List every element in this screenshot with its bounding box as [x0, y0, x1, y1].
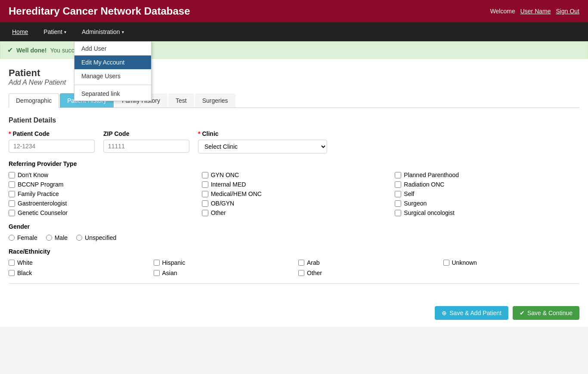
patient-caret-icon: ▾ [64, 30, 66, 34]
race-arab: Arab [298, 259, 435, 266]
navbar: Home Patient ▾ Administration ▾ Add User… [0, 22, 588, 41]
nav-patient-label: Patient [43, 28, 62, 35]
gender-label: Gender [9, 223, 579, 230]
patient-code-input[interactable] [9, 140, 95, 153]
nav-patient[interactable]: Patient ▾ [36, 22, 74, 41]
race-unknown: Unknown [443, 259, 580, 266]
checkbox-surgeon-input[interactable] [395, 200, 401, 207]
race-asian: Asian [154, 270, 290, 276]
tab-surgeries[interactable]: Surgeries [195, 93, 235, 107]
checkbox-internal-med: Internal MED [202, 181, 387, 188]
dropdown-add-user[interactable]: Add User [74, 42, 151, 55]
dropdown-manage-users[interactable]: Manage Users [74, 69, 151, 83]
footer-buttons: ⊕ Save & Add Patient ✔ Save & Continue [0, 299, 588, 327]
checkbox-family-practice: Family Practice [9, 190, 193, 197]
checkbox-bccnp: BCCNP Program [9, 181, 193, 188]
zip-code-input[interactable] [103, 140, 189, 153]
radio-female: Female [9, 234, 37, 241]
save-continue-label: Save & Continue [527, 310, 573, 316]
radio-female-input[interactable] [9, 235, 15, 241]
referring-provider-grid: Don't Know GYN ONC Planned Parenthood BC… [9, 172, 579, 216]
clinic-select[interactable]: Select Clinic Planned Parenthood [198, 140, 327, 153]
race-white-input[interactable] [9, 260, 15, 266]
nav-administration[interactable]: Administration ▾ [74, 22, 132, 41]
checkbox-other-provider-input[interactable] [202, 210, 208, 216]
username-link[interactable]: User Name [520, 8, 551, 15]
radio-male-input[interactable] [46, 235, 52, 241]
save-add-label: Save & Add Patient [449, 310, 501, 316]
race-black: Black [9, 270, 145, 276]
checkbox-dont-know-input[interactable] [9, 172, 15, 178]
signout-link[interactable]: Sign Out [556, 8, 579, 15]
nav-home[interactable]: Home [4, 22, 36, 41]
checkbox-family-practice-input[interactable] [9, 191, 15, 197]
nav-home-label: Home [12, 28, 28, 35]
checkbox-gyn-onc-input[interactable] [202, 172, 208, 178]
gender-radio-group: Female Male Unspecified [9, 234, 579, 241]
zip-code-group: ZIP Code [103, 130, 189, 153]
plus-icon: ⊕ [442, 310, 447, 316]
race-unknown-input[interactable] [443, 260, 449, 266]
checkbox-internal-med-input[interactable] [202, 181, 208, 188]
checkbox-genetic-counselor-input[interactable] [9, 210, 15, 216]
race-ethnicity-label: Race/Ethnicity [9, 248, 579, 255]
checkbox-ob-gyn-input[interactable] [202, 200, 208, 207]
clinic-group: *Clinic Select Clinic Planned Parenthood [198, 130, 327, 153]
patient-code-group: *Patient Code [9, 130, 95, 153]
checkbox-radiation-onc: Radiation ONC [395, 181, 579, 188]
radio-male: Male [46, 234, 68, 241]
admin-caret-icon: ▾ [122, 30, 124, 34]
checkmark-btn-icon: ✔ [520, 310, 525, 316]
checkbox-radiation-onc-input[interactable] [395, 181, 401, 188]
alert-prefix: Well done! [16, 47, 47, 54]
race-ethnicity-grid: White Hispanic Arab Unknown Black Asian … [9, 259, 579, 276]
checkbox-planned-parenthood: Planned Parenthood [395, 172, 579, 178]
checkbox-surgical-oncologist-input[interactable] [395, 210, 401, 216]
checkbox-ob-gyn: OB/GYN [202, 200, 387, 207]
referring-provider-label: Referring Provider Type [9, 160, 579, 167]
dropdown-separated-link[interactable]: Separated link [74, 87, 151, 101]
welcome-text: Welcome [490, 8, 515, 15]
checkbox-dont-know: Don't Know [9, 172, 193, 178]
form-row-top: *Patient Code ZIP Code *Clinic Select Cl… [9, 130, 579, 153]
tab-demographic[interactable]: Demographic [9, 93, 59, 108]
race-hispanic: Hispanic [154, 259, 290, 266]
checkbox-surgical-oncologist: Surgical oncologist [395, 209, 579, 216]
header-right: Welcome User Name Sign Out [490, 8, 579, 15]
race-asian-input[interactable] [154, 270, 160, 276]
race-white: White [9, 259, 145, 266]
save-continue-button[interactable]: ✔ Save & Continue [513, 306, 579, 320]
dropdown-edit-my-account[interactable]: Edit My Account [74, 55, 151, 69]
admin-dropdown-container: Administration ▾ Add User Edit My Accoun… [74, 22, 132, 41]
checkbox-genetic-counselor: Genetic Counselor [9, 209, 193, 216]
checkbox-surgeon: Surgeon [395, 200, 579, 207]
radio-unspecified: Unspecified [76, 234, 116, 241]
race-hispanic-input[interactable] [154, 260, 160, 266]
tab-test[interactable]: Test [168, 93, 194, 107]
checkmark-icon: ✔ [7, 46, 13, 54]
patient-code-label: *Patient Code [9, 130, 95, 137]
radio-unspecified-input[interactable] [76, 235, 82, 241]
dropdown-divider [74, 85, 151, 85]
checkbox-self: Self [395, 190, 579, 197]
patient-details-title: Patient Details [9, 116, 579, 124]
app-header: Hereditary Cancer Network Database Welco… [0, 0, 588, 22]
race-other: Other [298, 270, 435, 276]
checkbox-medical-hem-onc-input[interactable] [202, 191, 208, 197]
race-black-input[interactable] [9, 270, 15, 276]
race-other-input[interactable] [298, 270, 304, 276]
app-title: Hereditary Cancer Network Database [9, 5, 190, 17]
nav-admin-label: Administration [82, 28, 120, 35]
checkbox-planned-parenthood-input[interactable] [395, 172, 401, 178]
checkbox-gastroenterologist-input[interactable] [9, 200, 15, 207]
checkbox-bccnp-input[interactable] [9, 181, 15, 188]
checkbox-gastroenterologist: Gastroenterologist [9, 200, 193, 207]
clinic-label: *Clinic [198, 130, 327, 137]
checkbox-medical-hem-onc: Medical/HEM ONC [202, 190, 387, 197]
save-add-patient-button[interactable]: ⊕ Save & Add Patient [435, 306, 508, 320]
admin-dropdown-menu: Add User Edit My Account Manage Users Se… [74, 41, 152, 101]
zip-code-label: ZIP Code [103, 130, 189, 137]
race-arab-input[interactable] [298, 260, 304, 266]
checkbox-gyn-onc: GYN ONC [202, 172, 387, 178]
checkbox-self-input[interactable] [395, 191, 401, 197]
